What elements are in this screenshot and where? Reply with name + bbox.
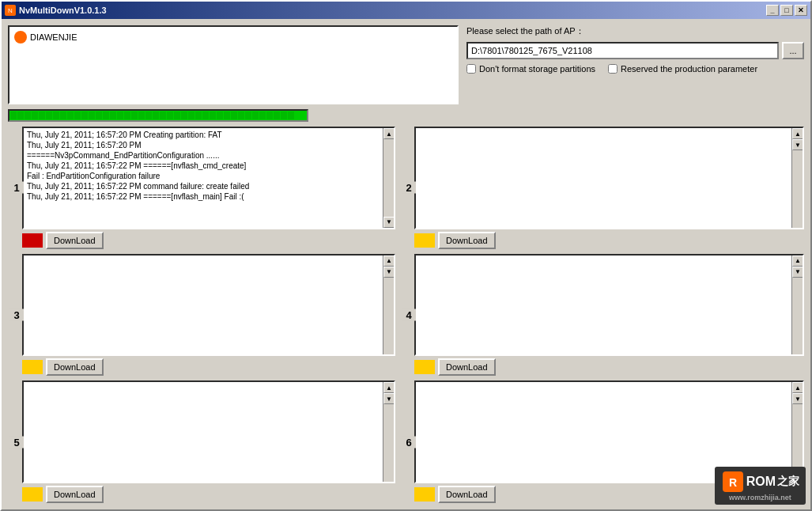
minimize-button[interactable]: _ xyxy=(766,5,779,16)
panel-5-scrollbar[interactable]: ▲ ▼ xyxy=(383,382,394,482)
scroll-down-btn[interactable]: ▼ xyxy=(383,217,395,228)
seg xyxy=(96,112,102,119)
title-bar-left: N NvMultiDownV1.0.1.3 xyxy=(5,5,107,16)
format-checkbox-text: Don't format storage partitions xyxy=(479,64,595,74)
seg xyxy=(67,112,74,119)
watermark-rom-text: ROM xyxy=(746,475,776,489)
panel-3-bottom: DownLoad xyxy=(22,358,395,376)
panel-number-5: 5 xyxy=(9,436,24,448)
maximize-button[interactable]: □ xyxy=(780,5,793,16)
format-checkbox[interactable] xyxy=(466,64,476,74)
panel-3-inner: ▲ ▼ DownLoad xyxy=(22,254,395,377)
scroll-up-btn-6[interactable]: ▲ xyxy=(792,382,803,393)
path-input[interactable] xyxy=(466,42,779,59)
title-buttons: _ □ ✕ xyxy=(766,5,807,16)
browse-button[interactable]: ... xyxy=(782,42,804,59)
seg xyxy=(39,112,45,119)
panel-3-log-content xyxy=(24,256,394,355)
format-checkbox-label[interactable]: Don't format storage partitions xyxy=(466,64,595,74)
seg xyxy=(103,112,109,119)
scroll-up-btn[interactable]: ▲ xyxy=(383,128,395,139)
seg xyxy=(89,112,95,119)
seg xyxy=(10,112,17,119)
scroll-down-btn-6[interactable]: ▼ xyxy=(792,393,803,404)
seg xyxy=(160,112,166,119)
download-panel-5: 5 ▲ ▼ DownLoad xyxy=(8,380,395,503)
seg xyxy=(181,112,187,119)
seg xyxy=(274,112,280,119)
seg xyxy=(252,112,259,119)
top-section: DIAWENJIE Please select the path of AP： … xyxy=(8,25,804,104)
progress-bar xyxy=(8,109,308,122)
title-bar: N NvMultiDownV1.0.1.3 _ □ ✕ xyxy=(2,2,810,19)
scroll-down-btn-4[interactable]: ▼ xyxy=(792,267,803,278)
panel-2-status-indicator xyxy=(414,233,435,248)
panel-1-bottom: DownLoad xyxy=(22,232,395,249)
panel-5-download-button[interactable]: DownLoad xyxy=(46,486,104,503)
panels-row-2: 3 ▲ ▼ DownLoad xyxy=(8,254,804,377)
seg xyxy=(217,112,223,119)
seg xyxy=(53,112,59,119)
panel-2-log-content xyxy=(416,128,803,228)
seg xyxy=(145,112,152,119)
scroll-down-btn-2[interactable]: ▼ xyxy=(792,139,803,150)
watermark: R ROM 之家 www.romzhijia.net xyxy=(715,467,806,505)
file-item[interactable]: DIAWENJIE xyxy=(13,30,454,44)
panel-6-download-button[interactable]: DownLoad xyxy=(438,486,496,503)
production-checkbox-label[interactable]: Reserved the production parameter xyxy=(608,64,757,74)
seg xyxy=(81,112,88,119)
checkboxes-row: Don't format storage partitions Reserved… xyxy=(466,64,804,74)
scroll-up-btn-2[interactable]: ▲ xyxy=(792,128,803,139)
panel-4-download-button[interactable]: DownLoad xyxy=(438,358,496,376)
panel-1-scrollbar[interactable]: ▲ ▼ xyxy=(383,128,394,228)
path-row: ... xyxy=(466,42,804,59)
close-button[interactable]: ✕ xyxy=(795,5,807,16)
panel-4-log-area: ▲ ▼ xyxy=(414,254,804,357)
svg-text:R: R xyxy=(729,476,737,489)
seg xyxy=(46,112,52,119)
panel-4-scrollbar[interactable]: ▲ ▼ xyxy=(791,256,803,355)
file-list-box: DIAWENJIE xyxy=(8,25,459,104)
panels-container: 1 Thu, July 21, 2011; 16:57:20 PM Creati… xyxy=(8,127,804,503)
watermark-icon: R xyxy=(721,470,745,494)
seg xyxy=(131,112,138,119)
panel-1-download-button[interactable]: DownLoad xyxy=(46,232,104,249)
panel-1-inner: Thu, July 21, 2011; 16:57:20 PM Creating… xyxy=(22,127,395,249)
download-panel-1: 1 Thu, July 21, 2011; 16:57:20 PM Creati… xyxy=(8,127,395,249)
production-checkbox[interactable] xyxy=(608,64,617,74)
scroll-up-btn-4[interactable]: ▲ xyxy=(792,256,803,267)
seg xyxy=(224,112,230,119)
panel-2-inner: ▲ ▼ DownLoad xyxy=(414,127,804,249)
panel-number-2: 2 xyxy=(402,182,416,194)
panel-2-scrollbar[interactable]: ▲ ▼ xyxy=(791,128,803,228)
panel-1-status-indicator xyxy=(22,233,43,248)
file-icon xyxy=(14,31,27,44)
progress-section xyxy=(8,109,804,122)
scroll-down-btn-3[interactable]: ▼ xyxy=(383,267,395,278)
seg xyxy=(231,112,237,119)
panel-number-3: 3 xyxy=(9,309,24,321)
panel-2-download-button[interactable]: DownLoad xyxy=(438,232,496,249)
download-panel-3: 3 ▲ ▼ DownLoad xyxy=(8,254,395,377)
right-panel: Please select the path of AP： ... Don't … xyxy=(466,25,804,104)
seg xyxy=(32,112,38,119)
panel-3-download-button[interactable]: DownLoad xyxy=(46,358,104,376)
file-name: DIAWENJIE xyxy=(30,32,77,42)
main-window: N NvMultiDownV1.0.1.3 _ □ ✕ DIAWENJIE Pl… xyxy=(0,0,812,511)
watermark-zhijia-text: 之家 xyxy=(777,475,799,489)
path-label: Please select the path of AP： xyxy=(466,25,804,37)
scroll-up-btn-5[interactable]: ▲ xyxy=(383,382,395,393)
panel-2-bottom: DownLoad xyxy=(414,232,804,249)
seg xyxy=(245,112,251,119)
panel-3-scrollbar[interactable]: ▲ ▼ xyxy=(383,256,394,355)
download-panel-2: 2 ▲ ▼ DownLoad xyxy=(400,127,804,249)
seg xyxy=(124,112,130,119)
scroll-down-btn-5[interactable]: ▼ xyxy=(383,393,395,404)
panel-5-log-area: ▲ ▼ xyxy=(22,380,395,483)
production-checkbox-text: Reserved the production parameter xyxy=(621,64,757,74)
scroll-up-btn-3[interactable]: ▲ xyxy=(383,256,395,267)
seg xyxy=(74,112,81,119)
panels-row-3: 5 ▲ ▼ DownLoad xyxy=(8,380,804,503)
seg xyxy=(17,112,24,119)
watermark-logo-row: R ROM 之家 xyxy=(721,470,799,494)
